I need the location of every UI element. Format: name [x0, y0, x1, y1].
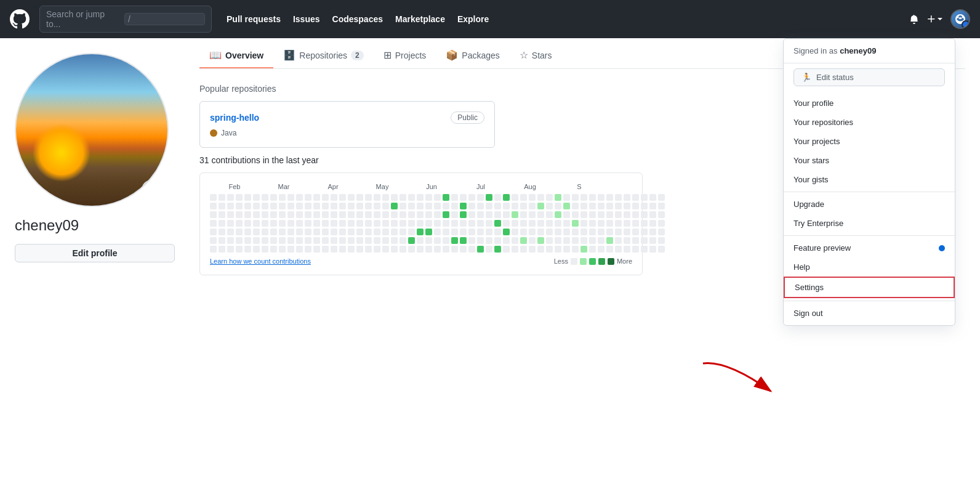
graph-day[interactable] — [236, 246, 243, 253]
graph-day[interactable] — [313, 194, 320, 201]
graph-day[interactable] — [279, 220, 286, 227]
graph-day[interactable] — [641, 211, 648, 218]
graph-day[interactable] — [305, 237, 311, 244]
graph-day[interactable] — [486, 229, 492, 235]
graph-day[interactable] — [279, 194, 286, 201]
tab-projects[interactable]: ⊞ Projects — [374, 43, 436, 68]
graph-day[interactable] — [443, 203, 449, 209]
graph-day[interactable] — [529, 229, 536, 235]
graph-day[interactable] — [555, 203, 561, 209]
graph-day[interactable] — [460, 246, 467, 253]
graph-day[interactable] — [210, 246, 217, 253]
graph-day[interactable] — [451, 220, 458, 227]
graph-day[interactable] — [305, 246, 311, 253]
graph-day[interactable] — [451, 203, 458, 209]
graph-day[interactable] — [460, 203, 467, 209]
graph-day[interactable] — [425, 229, 432, 235]
graph-day[interactable] — [589, 211, 596, 218]
graph-day[interactable] — [374, 229, 380, 235]
graph-day[interactable] — [615, 194, 622, 201]
graph-day[interactable] — [451, 194, 458, 201]
graph-day[interactable] — [236, 203, 243, 209]
graph-day[interactable] — [606, 211, 613, 218]
graph-day[interactable] — [632, 229, 639, 235]
graph-day[interactable] — [210, 211, 217, 218]
graph-day[interactable] — [598, 211, 604, 218]
graph-day[interactable] — [434, 203, 441, 209]
graph-day[interactable] — [348, 194, 355, 201]
graph-day[interactable] — [572, 220, 579, 227]
graph-day[interactable] — [649, 237, 656, 244]
graph-day[interactable] — [305, 220, 311, 227]
graph-day[interactable] — [262, 246, 268, 253]
graph-day[interactable] — [512, 220, 518, 227]
graph-day[interactable] — [287, 194, 294, 201]
graph-day[interactable] — [624, 246, 630, 253]
graph-day[interactable] — [468, 211, 475, 218]
edit-profile-button[interactable]: Edit profile — [15, 244, 175, 262]
graph-day[interactable] — [520, 194, 527, 201]
graph-day[interactable] — [503, 220, 510, 227]
graph-day[interactable] — [262, 211, 268, 218]
graph-day[interactable] — [417, 211, 424, 218]
graph-day[interactable] — [606, 194, 613, 201]
graph-day[interactable] — [313, 229, 320, 235]
graph-day[interactable] — [537, 194, 544, 201]
graph-day[interactable] — [460, 194, 467, 201]
graph-day[interactable] — [580, 220, 587, 227]
graph-day[interactable] — [529, 211, 536, 218]
graph-day[interactable] — [331, 246, 337, 253]
graph-day[interactable] — [555, 246, 561, 253]
graph-day[interactable] — [417, 194, 424, 201]
nav-marketplace[interactable]: Marketplace — [395, 14, 445, 24]
graph-day[interactable] — [632, 237, 639, 244]
graph-day[interactable] — [305, 194, 311, 201]
contributions-learn-more[interactable]: Learn how we count contributions — [210, 257, 311, 265]
graph-day[interactable] — [641, 220, 648, 227]
your-profile-link[interactable]: Your profile — [784, 94, 955, 113]
graph-day[interactable] — [598, 203, 604, 209]
graph-day[interactable] — [296, 229, 303, 235]
graph-day[interactable] — [296, 194, 303, 201]
graph-day[interactable] — [382, 203, 389, 209]
graph-day[interactable] — [408, 211, 415, 218]
graph-day[interactable] — [408, 220, 415, 227]
graph-day[interactable] — [486, 237, 492, 244]
graph-day[interactable] — [339, 203, 346, 209]
graph-day[interactable] — [296, 203, 303, 209]
graph-day[interactable] — [632, 203, 639, 209]
graph-day[interactable] — [331, 220, 337, 227]
graph-day[interactable] — [356, 211, 363, 218]
graph-day[interactable] — [434, 229, 441, 235]
graph-day[interactable] — [382, 237, 389, 244]
graph-day[interactable] — [580, 203, 587, 209]
graph-day[interactable] — [494, 246, 501, 253]
graph-day[interactable] — [572, 237, 579, 244]
graph-day[interactable] — [253, 229, 260, 235]
graph-day[interactable] — [287, 220, 294, 227]
graph-day[interactable] — [331, 203, 337, 209]
graph-day[interactable] — [641, 237, 648, 244]
tab-repositories[interactable]: 🗄️ Repositories 2 — [273, 43, 374, 68]
graph-day[interactable] — [606, 203, 613, 209]
graph-day[interactable] — [606, 246, 613, 253]
graph-day[interactable] — [219, 220, 225, 227]
graph-day[interactable] — [434, 246, 441, 253]
graph-day[interactable] — [296, 246, 303, 253]
graph-day[interactable] — [649, 246, 656, 253]
graph-day[interactable] — [529, 237, 536, 244]
graph-day[interactable] — [287, 203, 294, 209]
graph-day[interactable] — [520, 220, 527, 227]
graph-day[interactable] — [658, 229, 665, 235]
graph-day[interactable] — [348, 237, 355, 244]
graph-day[interactable] — [400, 194, 406, 201]
graph-day[interactable] — [555, 237, 561, 244]
graph-day[interactable] — [598, 237, 604, 244]
graph-day[interactable] — [236, 220, 243, 227]
graph-day[interactable] — [270, 211, 277, 218]
graph-day[interactable] — [374, 211, 380, 218]
graph-day[interactable] — [425, 237, 432, 244]
graph-day[interactable] — [382, 220, 389, 227]
graph-day[interactable] — [425, 203, 432, 209]
graph-day[interactable] — [503, 203, 510, 209]
